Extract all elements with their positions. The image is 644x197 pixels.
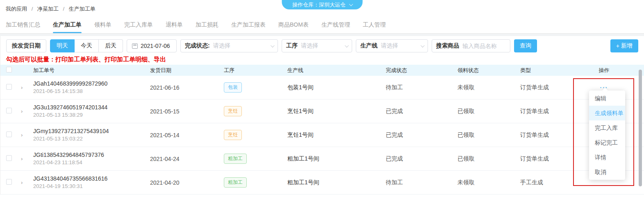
- tab-4[interactable]: 完工入库单: [124, 16, 153, 33]
- row-expand-icon[interactable]: ›: [21, 132, 33, 138]
- checkbox-cell: [6, 108, 21, 115]
- material-status: 已领取: [447, 108, 505, 115]
- breadcrumb: 我的应用 / 净菜加工 / 生产加工单: [6, 5, 96, 13]
- order-number: JGmy1392737213275439104: [33, 127, 150, 135]
- quick-date-button[interactable]: 今天: [75, 39, 99, 52]
- tab-10[interactable]: 工人管理: [363, 16, 386, 33]
- tab-8[interactable]: 商品BOM表: [278, 16, 309, 33]
- date-picker[interactable]: 2021-07-06: [127, 39, 177, 52]
- process-select[interactable]: 工序 请选择: [282, 39, 352, 52]
- process-select-placeholder: 请选择: [301, 42, 345, 50]
- menu-item-default[interactable]: 标记完工: [589, 135, 625, 150]
- material-status: 已领取: [447, 131, 505, 139]
- header-type: 类型: [505, 67, 574, 74]
- status-select-placeholder: 请选择: [213, 42, 271, 50]
- process-cell: 烹饪: [220, 106, 285, 116]
- header-material-status: 领料状态: [447, 67, 505, 74]
- breadcrumb-item-apps[interactable]: 我的应用: [6, 6, 27, 12]
- completion-status: 已完成: [369, 131, 447, 139]
- query-button[interactable]: 查询: [514, 39, 537, 52]
- row-checkbox[interactable]: [6, 131, 12, 137]
- line-select[interactable]: 生产线 请选择: [356, 39, 428, 52]
- header-status: 完成状态: [369, 67, 447, 74]
- production-line: 烹饪1号间: [285, 131, 369, 139]
- order-type: 订货单生成: [505, 108, 574, 115]
- order-created-time: 2021-05-13 15:03:22: [33, 135, 150, 143]
- table-body: ›JGah14046839999928729602021-06-15 14:15…: [0, 76, 644, 195]
- row-checkbox[interactable]: [6, 108, 12, 113]
- row-expand-icon[interactable]: ›: [21, 108, 33, 114]
- order-created-time: 2021-04-23 11:18:54: [33, 159, 150, 166]
- tab-6[interactable]: 加工损耗: [196, 16, 218, 33]
- status-select[interactable]: 完成状态: 请选择: [180, 39, 278, 52]
- tab-bar: 加工销售汇总生产加工单领料单完工入库单退料单加工损耗生产加工报表商品BOM表生产…: [0, 16, 644, 34]
- tab-7[interactable]: 生产加工报表: [231, 16, 266, 33]
- menu-item-default[interactable]: 详情: [589, 150, 625, 165]
- material-status: 已领取: [447, 155, 505, 163]
- top-bar: 我的应用 / 净菜加工 / 生产加工单 操作仓库：深圳大运仓: [0, 0, 644, 16]
- checkbox-cell: [6, 179, 21, 186]
- date-mode-button[interactable]: 按发货日期: [6, 39, 46, 52]
- tab-9[interactable]: 生产线管理: [321, 16, 350, 33]
- checkbox-cell: [6, 155, 21, 162]
- row-expand-icon[interactable]: ›: [21, 179, 33, 186]
- completion-status: 已完成: [369, 108, 447, 115]
- row-expand-icon[interactable]: ›: [21, 84, 33, 91]
- product-search-input[interactable]: [462, 43, 506, 49]
- checkbox-cell: [6, 84, 21, 91]
- process-tag: 包装: [224, 82, 242, 93]
- completion-status: 已完成: [369, 155, 447, 163]
- order-cell: JGti13854329648457973762021-04-23 11:18:…: [33, 151, 150, 166]
- quick-date-button[interactable]: 后天: [99, 39, 123, 52]
- tab-5[interactable]: 退料单: [166, 16, 183, 33]
- ship-date: 2021-06-16: [150, 84, 220, 91]
- process-cell: 粗加工: [220, 154, 285, 164]
- add-button[interactable]: + 新增: [610, 39, 638, 52]
- add-button-label: 新增: [621, 42, 633, 50]
- process-tag: 粗加工: [224, 177, 247, 188]
- menu-item-default[interactable]: 完工入库: [589, 120, 625, 135]
- order-type: 手工生成: [505, 179, 574, 186]
- menu-item-default[interactable]: 编辑: [589, 91, 625, 106]
- menu-item-highlighted[interactable]: 生成领料单: [589, 106, 625, 120]
- chevron-down-icon: [349, 2, 353, 6]
- tab-1[interactable]: 加工销售汇总: [6, 16, 40, 33]
- batch-operation-tip: 勾选后可以批量：打印加工单列表、打印加工单明细、导出: [0, 56, 644, 65]
- tab-2[interactable]: 生产加工单: [53, 16, 82, 33]
- production-line: 包装1号间: [285, 84, 369, 91]
- ship-date: 2021-05-14: [150, 132, 220, 138]
- table-header-row: 加工单号 发货日期 工序 生产线 完成状态 领料状态 类型 操作: [0, 65, 644, 76]
- plus-icon: +: [616, 43, 619, 49]
- completion-status: 待加工: [369, 84, 447, 91]
- vertical-scrollbar[interactable]: [639, 70, 642, 186]
- filter-bar: 按发货日期 明天今天后天 2021-07-06 完成状态: 请选择 工序 请选择…: [0, 36, 644, 56]
- line-select-placeholder: 请选择: [381, 42, 421, 50]
- order-cell: JGmy13927372132754391042021-05-13 15:03:…: [33, 127, 150, 143]
- breadcrumb-item-module[interactable]: 净菜加工: [37, 6, 59, 12]
- product-search-label: 搜索商品: [436, 42, 459, 50]
- row-checkbox[interactable]: [6, 155, 12, 161]
- process-tag: 烹饪: [224, 130, 242, 140]
- row-checkbox[interactable]: [6, 84, 12, 90]
- row-expand-icon[interactable]: ›: [21, 156, 33, 162]
- breadcrumb-item-current: 生产加工单: [69, 6, 96, 12]
- select-all-checkbox[interactable]: [6, 67, 12, 72]
- order-cell: JG3u13927460519742013442021-05-13 15:38:…: [33, 104, 150, 119]
- line-select-label: 生产线: [360, 42, 378, 50]
- table-row: ›JGti13854329648457973762021-04-23 11:18…: [0, 147, 644, 171]
- header-process: 工序: [220, 67, 285, 74]
- row-checkbox[interactable]: [6, 179, 12, 185]
- table-row: ›JG3u13927460519742013442021-05-13 15:38…: [0, 100, 644, 123]
- ship-date: 2021-05-15: [150, 108, 220, 115]
- warehouse-selector[interactable]: 操作仓库：深圳大运仓: [282, 0, 362, 9]
- orders-table: 加工单号 发货日期 工序 生产线 完成状态 领料状态 类型 操作 ›JGah14…: [0, 65, 644, 195]
- breadcrumb-separator: /: [63, 6, 65, 12]
- menu-item-default[interactable]: 取消: [589, 165, 625, 179]
- process-cell: 粗加工: [220, 177, 285, 188]
- quick-date-button[interactable]: 明天: [50, 39, 75, 52]
- table-row: ›JGmy13927372132754391042021-05-13 15:03…: [0, 123, 644, 147]
- header-production-line: 生产线: [285, 67, 369, 74]
- tab-3[interactable]: 领料单: [94, 16, 112, 33]
- process-cell: 包装: [220, 82, 285, 93]
- order-cell: JGah14046839999928729602021-06-15 14:15:…: [33, 80, 150, 95]
